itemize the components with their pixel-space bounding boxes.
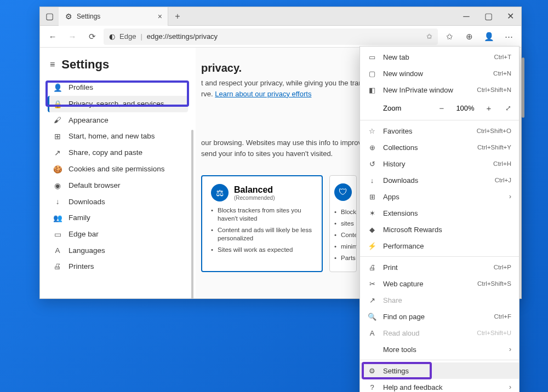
menu-item-icon: ⚙ (368, 367, 376, 375)
balanced-subtitle: (Recommended) (234, 195, 275, 201)
back-button[interactable]: ← (44, 28, 61, 45)
tab-title: Settings (77, 13, 100, 20)
privacy-efforts-link[interactable]: Learn about our privacy efforts (215, 90, 311, 98)
address-bar[interactable]: ◐ Edge | edge://settings/privacy ✩ (104, 28, 438, 45)
tab-actions-icon[interactable]: ▢ (40, 11, 59, 21)
menu-item-settings[interactable]: ⚙Settings (360, 362, 519, 379)
nav-icon: A (53, 246, 62, 255)
card-point: Parts (334, 252, 352, 264)
zoom-in-button[interactable]: + (482, 103, 495, 113)
menu-item-collections[interactable]: ⊕CollectionsCtrl+Shift+Y (360, 139, 519, 155)
menu-item-help-and-feedback[interactable]: ?Help and feedback› (360, 379, 519, 392)
menu-item-web-capture[interactable]: ✂Web captureCtrl+Shift+S (360, 275, 519, 292)
sidebar-item-family[interactable]: 👥Family (48, 210, 188, 226)
menu-item-label: New tab (383, 53, 409, 61)
card-point: minim (334, 241, 352, 252)
sidebar-item-appearance[interactable]: 🖌Appearance (48, 112, 188, 128)
sidebar-item-profiles[interactable]: 👤Profiles (48, 79, 188, 96)
menu-item-icon: ✶ (368, 209, 376, 217)
menu-item-new-window[interactable]: ▢New windowCtrl+N (360, 65, 519, 82)
menu-item-label: History (383, 160, 405, 168)
menu-item-icon: ? (368, 383, 376, 391)
sidebar-item-printers[interactable]: 🖨Printers (48, 258, 188, 274)
menu-item-label: Share (383, 296, 402, 304)
menu-shortcut: Ctrl+P (494, 264, 511, 270)
address-brand: Edge (119, 32, 136, 41)
menu-item-new-tab[interactable]: ▭New tabCtrl+T (360, 49, 519, 65)
sidebar-item-cookies-and-site-permissions[interactable]: 🍪Cookies and site permissions (48, 161, 188, 177)
menu-item-icon: ▭ (368, 53, 376, 61)
gear-icon: ⚙ (65, 12, 72, 21)
menu-item-apps[interactable]: ⊞Apps› (360, 188, 519, 205)
new-tab-button[interactable]: + (168, 11, 187, 21)
menu-item-label: Find on page (383, 313, 425, 321)
menu-item-icon: ↺ (368, 160, 376, 168)
titlebar: ▢ ⚙ Settings × + ─ ▢ ✕ (40, 7, 521, 26)
menu-item-favorites[interactable]: ☆FavoritesCtrl+Shift+O (360, 123, 519, 139)
menu-item-icon: ⊞ (368, 193, 376, 201)
sidebar-item-start-home-and-new-tabs[interactable]: ⊞Start, home, and new tabs (48, 128, 188, 145)
sidebar-item-privacy-search-and-services[interactable]: 🔒Privacy, search, and services (48, 96, 188, 112)
nav-label: Default browser (68, 181, 121, 189)
menu-shortcut: Ctrl+J (495, 177, 511, 183)
nav-label: Start, home, and new tabs (68, 132, 155, 140)
menu-item-icon: ↓ (368, 176, 376, 185)
menu-separator (360, 360, 519, 360)
hamburger-icon[interactable]: ≡ (50, 60, 55, 70)
tracking-card-balanced[interactable]: ⚖ Balanced (Recommended) Blocks trackers… (201, 175, 323, 272)
sidebar-item-edge-bar[interactable]: ▭Edge bar (48, 226, 188, 243)
menu-item-icon: ▢ (368, 70, 376, 78)
close-tab-icon[interactable]: × (158, 12, 162, 21)
zoom-value: 100% (455, 104, 476, 112)
menu-item-new-inprivate-window[interactable]: ◧New InPrivate windowCtrl+Shift+N (360, 82, 519, 98)
menu-item-icon: ✂ (368, 280, 376, 288)
menu-item-more-tools[interactable]: More tools› (360, 341, 519, 358)
tracking-card-strict[interactable]: 🛡 BlocksitesConteminimParts (329, 175, 357, 272)
menu-item-label: Extensions (383, 209, 418, 217)
refresh-button[interactable]: ⟳ (84, 28, 100, 45)
sidebar-item-share-copy-and-paste[interactable]: ↗Share, copy and paste (48, 145, 188, 161)
menu-item-extensions[interactable]: ✶Extensions (360, 205, 519, 221)
browser-tab[interactable]: ⚙ Settings × (59, 7, 168, 26)
nav-label: Profiles (68, 83, 93, 91)
menu-item-label: Settings (383, 367, 409, 375)
sidebar-item-languages[interactable]: ALanguages (48, 243, 188, 258)
nav-icon: 🖌 (53, 116, 62, 124)
menu-item-label: Help and feedback (383, 383, 442, 391)
menu-item-find-on-page[interactable]: 🔍Find on pageCtrl+F (360, 308, 519, 325)
nav-icon: ↗ (53, 148, 62, 157)
profile-avatar[interactable]: 👤 (481, 28, 497, 45)
menu-item-microsoft-rewards[interactable]: ◆Microsoft Rewards (360, 221, 519, 238)
menu-item-label: New InPrivate window (383, 86, 453, 94)
close-window-button[interactable]: ✕ (499, 7, 521, 26)
menu-scrollbar[interactable] (522, 57, 524, 118)
minimize-button[interactable]: ─ (455, 7, 477, 26)
fullscreen-icon[interactable]: ⤢ (505, 104, 511, 112)
card-point: Blocks trackers from sites you haven't v… (211, 205, 313, 224)
menu-shortcut: Ctrl+Shift+U (477, 330, 511, 336)
sidebar-item-downloads[interactable]: ↓Downloads (48, 194, 188, 210)
menu-item-label: Read aloud (383, 329, 420, 337)
nav-label: Cookies and site permissions (68, 165, 165, 173)
nav-label: Share, copy and paste (68, 148, 142, 157)
favorite-star-icon[interactable]: ✩ (426, 32, 432, 41)
sidebar-item-default-browser[interactable]: ◉Default browser (48, 177, 188, 194)
nav-icon: ⊞ (53, 132, 62, 141)
menu-item-performance[interactable]: ⚡Performance (360, 238, 519, 254)
menu-item-history[interactable]: ↺HistoryCtrl+H (360, 155, 519, 172)
menu-item-icon: ↗ (368, 296, 376, 304)
menu-item-label: Microsoft Rewards (383, 226, 442, 234)
menu-item-label: Performance (383, 242, 424, 250)
menu-item-print[interactable]: 🖨PrintCtrl+P (360, 259, 519, 275)
menu-shortcut: Ctrl+Shift+O (477, 128, 511, 134)
collections-icon[interactable]: ⊕ (461, 28, 477, 45)
maximize-button[interactable]: ▢ (477, 7, 499, 26)
menu-separator (360, 256, 519, 257)
favorites-icon[interactable]: ✩ (441, 28, 458, 45)
more-menu-button[interactable]: ⋯ (500, 28, 517, 45)
menu-item-downloads[interactable]: ↓DownloadsCtrl+J (360, 172, 519, 188)
zoom-out-button[interactable]: − (435, 103, 448, 113)
sidebar-scrollbar[interactable] (191, 130, 193, 298)
menu-zoom-row: Zoom − 100% + ⤢ (360, 98, 519, 118)
menu-item-label: Downloads (383, 176, 418, 185)
